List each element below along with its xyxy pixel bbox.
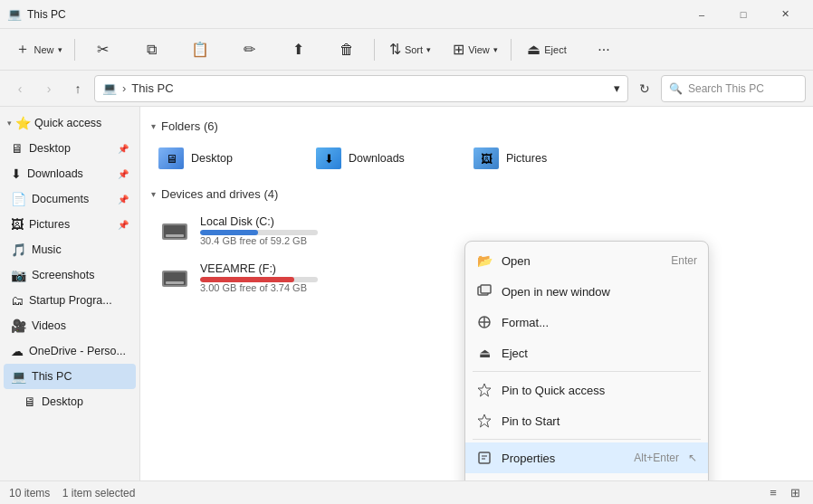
sidebar-item-thispc[interactable]: 💻 This PC <box>4 364 136 389</box>
folder-downloads[interactable]: ⬇ Downloads <box>309 140 463 176</box>
sidebar-downloads-label: Downloads <box>27 167 112 180</box>
sidebar-startup-label: Startup Progra... <box>29 294 129 307</box>
new-button[interactable]: ＋ New ▾ <box>7 33 71 67</box>
ctx-open-new-window[interactable]: Open in new window <box>465 276 708 307</box>
music-icon: 🎵 <box>11 242 26 257</box>
forward-button[interactable]: › <box>36 76 62 101</box>
documents-pin-icon: 📌 <box>118 195 129 204</box>
context-menu: 📂 Open Enter Open in new window Format..… <box>464 241 709 480</box>
sort-button[interactable]: ⇅ Sort ▾ <box>378 33 442 67</box>
ctx-format[interactable]: Format... <box>465 307 708 338</box>
sort-icon: ⇅ <box>389 41 401 58</box>
svg-rect-2 <box>166 234 184 237</box>
search-icon: 🔍 <box>669 82 683 95</box>
sidebar-music-label: Music <box>32 243 129 256</box>
folder-desktop-icon: 🖥 <box>158 147 184 169</box>
drive-f-icon <box>158 262 191 294</box>
folder-desktop[interactable]: 🖥 Desktop <box>151 140 305 176</box>
svg-marker-11 <box>478 384 491 396</box>
delete-button[interactable]: 🗑 <box>323 33 370 67</box>
rename-button[interactable]: ✏ <box>225 33 273 67</box>
folder-downloads-icon: ⬇ <box>316 147 341 169</box>
thispc-icon: 💻 <box>11 369 26 384</box>
sidebar-item-desktop-sub[interactable]: 🖥 Desktop <box>4 389 136 414</box>
ctx-eject[interactable]: ⏏ Eject <box>465 338 708 368</box>
delete-icon: 🗑 <box>340 42 354 58</box>
downloads-icon: ⬇ <box>11 166 22 181</box>
ctx-properties-shortcut: Alt+Enter <box>634 452 679 464</box>
sidebar-item-videos[interactable]: 🎥 Videos <box>4 313 136 338</box>
svg-rect-13 <box>479 452 490 463</box>
pictures-pin-icon: 📌 <box>118 220 129 230</box>
close-button[interactable]: ✕ <box>764 0 806 29</box>
view-label: View <box>468 44 490 55</box>
ctx-format-label: Format... <box>502 316 697 329</box>
ctx-open-new-window-label: Open in new window <box>502 285 697 299</box>
ctx-open-icon: 📂 <box>476 252 493 269</box>
copy-button[interactable]: ⧉ <box>128 33 175 67</box>
screenshots-icon: 📷 <box>11 268 26 282</box>
ctx-pin-quick-icon <box>476 382 493 398</box>
ctx-pin-quick[interactable]: Pin to Quick access <box>465 375 708 405</box>
quick-access-label: Quick access <box>34 117 101 129</box>
sidebar-documents-label: Documents <box>32 193 112 205</box>
drive-c-info: Local Disk (C:) 30.4 GB free of 59.2 GB <box>200 215 361 246</box>
cut-icon: ✂ <box>97 41 109 58</box>
svg-rect-5 <box>166 281 184 284</box>
ctx-properties-label: Properties <box>502 452 625 465</box>
drive-c[interactable]: Local Disk (C:) 30.4 GB free of 59.2 GB <box>151 208 368 253</box>
ctx-open-new-window-icon <box>476 283 493 300</box>
folder-pictures-icon: 🖼 <box>473 147 499 169</box>
minimize-button[interactable]: – <box>681 0 722 29</box>
drive-f-name: VEEAMRE (F:) <box>200 262 361 275</box>
ctx-separator-2 <box>473 439 701 440</box>
refresh-button[interactable]: ↻ <box>632 76 657 101</box>
ctx-properties[interactable]: Properties Alt+Enter ↖ <box>465 442 708 473</box>
ctx-properties-cursor-icon: ↖ <box>688 452 697 464</box>
cut-button[interactable]: ✂ <box>79 33 126 67</box>
quick-access-header[interactable]: ▾ ⭐ Quick access <box>0 110 139 136</box>
back-button[interactable]: ‹ <box>7 76 33 101</box>
sidebar-item-pictures[interactable]: 🖼 Pictures 📌 <box>4 212 136 237</box>
address-chevron-icon: ▾ <box>614 81 620 95</box>
eject-label: Eject <box>544 44 566 55</box>
ctx-more-options[interactable]: Show more options Shift+F10 <box>465 473 708 480</box>
ctx-open[interactable]: 📂 Open Enter <box>465 245 708 276</box>
address-icon: 💻 <box>102 81 117 95</box>
share-button[interactable]: ⬆ <box>274 33 321 67</box>
sidebar-item-desktop[interactable]: 🖥 Desktop 📌 <box>4 136 136 161</box>
sidebar-item-startup[interactable]: 🗂 Startup Progra... <box>4 288 136 313</box>
folders-header-label: Folders (6) <box>161 119 218 133</box>
sidebar-item-onedrive[interactable]: ☁ OneDrive - Perso... <box>4 338 136 364</box>
share-icon: ⬆ <box>292 41 304 58</box>
more-button[interactable]: ··· <box>580 33 627 67</box>
address-bar: ‹ › ↑ 💻 › This PC ▾ ↻ 🔍 Search This PC <box>0 71 813 107</box>
status-bar: 10 items 1 item selected ≡ ⊞ <box>0 480 813 504</box>
drive-f[interactable]: VEEAMRE (F:) 3.00 GB free of 3.74 GB <box>151 255 368 300</box>
view-button[interactable]: ⊞ View ▾ <box>444 33 507 67</box>
folder-pictures[interactable]: 🖼 Pictures <box>466 140 620 176</box>
ctx-pin-start[interactable]: Pin to Start <box>465 405 708 436</box>
address-box[interactable]: 💻 › This PC ▾ <box>94 75 628 102</box>
copy-icon: ⧉ <box>147 42 157 58</box>
status-selected-text: 1 item selected <box>62 487 136 499</box>
desktop-icon: 🖥 <box>11 141 24 156</box>
sidebar-item-downloads[interactable]: ⬇ Downloads 📌 <box>4 161 136 186</box>
desktop-pin-icon: 📌 <box>118 144 129 154</box>
pictures-icon: 🖼 <box>11 217 24 232</box>
search-box[interactable]: 🔍 Search This PC <box>661 75 806 102</box>
status-list-view-button[interactable]: ≡ <box>764 484 782 502</box>
documents-icon: 📄 <box>11 192 26 206</box>
ctx-eject-icon: ⏏ <box>476 345 493 361</box>
sidebar-item-documents[interactable]: 📄 Documents 📌 <box>4 186 136 212</box>
eject-button[interactable]: ⏏ Eject <box>515 33 579 67</box>
maximize-button[interactable]: □ <box>722 0 764 29</box>
sidebar-onedrive-label: OneDrive - Perso... <box>29 345 129 357</box>
up-button[interactable]: ↑ <box>65 76 91 101</box>
sidebar-item-screenshots[interactable]: 📷 Screenshots <box>4 262 136 288</box>
paste-button[interactable]: 📋 <box>177 33 224 67</box>
quick-access-star-icon: ⭐ <box>15 116 31 130</box>
drive-c-icon <box>158 214 191 247</box>
sidebar-item-music[interactable]: 🎵 Music <box>4 237 136 262</box>
status-grid-view-button[interactable]: ⊞ <box>786 484 804 502</box>
